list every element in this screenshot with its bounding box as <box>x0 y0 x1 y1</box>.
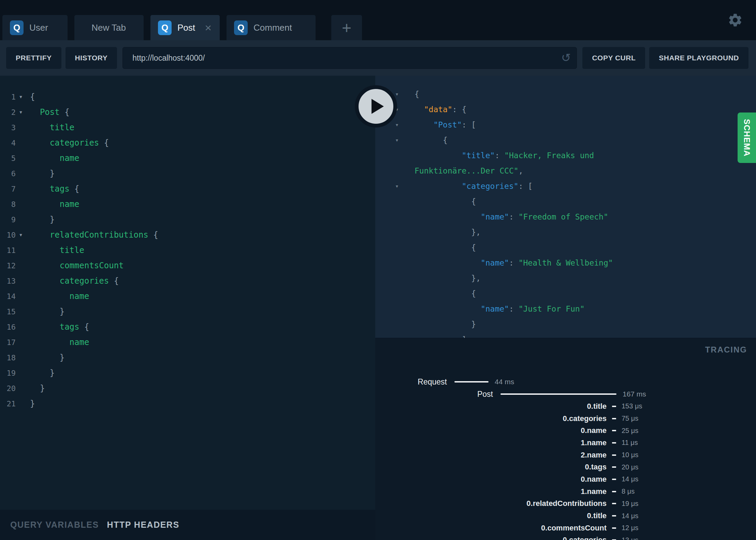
line-number: 9 <box>0 212 16 227</box>
response-line: { <box>375 286 756 301</box>
response-line: ] <box>375 332 756 338</box>
fold-arrow-icon[interactable]: ▾ <box>396 133 398 148</box>
code-token: } <box>30 384 45 393</box>
code-token: : [ <box>519 182 533 191</box>
query-code: { <box>26 89 35 105</box>
code-token: { <box>70 184 79 194</box>
query-code: } <box>26 396 35 411</box>
query-code: tags { <box>26 181 79 197</box>
query-line: 4 categories { <box>0 135 375 151</box>
query-code: } <box>26 212 55 227</box>
code-token: "Post" <box>433 120 462 129</box>
trace-resolver-rows: 0.title153 μs0.categories75 μs0.name25 μ… <box>375 400 756 540</box>
line-number: 16 <box>0 319 16 335</box>
fold-arrow-icon[interactable]: ▾ <box>396 179 398 194</box>
code-token: "data" <box>424 105 452 114</box>
query-code: name <box>26 151 79 166</box>
trace-bar-dash <box>612 430 616 431</box>
line-number: 12 <box>0 258 16 273</box>
query-line: 8 name <box>0 197 375 212</box>
trace-span-label: Request <box>375 377 447 387</box>
fold-gutter <box>16 135 26 151</box>
line-number: 8 <box>0 197 16 212</box>
code-token: { <box>99 138 109 148</box>
tab-post[interactable]: QPost× <box>150 15 220 40</box>
fold-gutter <box>16 319 26 335</box>
tab-user[interactable]: QUser <box>2 15 68 40</box>
query-badge: Q <box>234 20 248 35</box>
endpoint-url-input[interactable] <box>122 47 577 69</box>
trace-bar-dash <box>612 418 616 419</box>
line-number: 14 <box>0 289 16 304</box>
tab-new-tab[interactable]: New Tab <box>74 15 144 40</box>
query-code: relatedContributions { <box>26 227 158 243</box>
line-number: 19 <box>0 365 16 381</box>
response-line: { <box>375 194 756 209</box>
query-line: 15 } <box>0 304 375 319</box>
trace-path: 0.title <box>375 402 607 411</box>
reload-endpoint-icon[interactable]: ↺ <box>561 51 571 64</box>
query-line: 7 tags { <box>0 181 375 197</box>
query-code: } <box>26 304 64 319</box>
trace-path: 0.categories <box>375 536 607 540</box>
line-number: 4 <box>0 135 16 151</box>
copy-curl-button[interactable]: COPY CURL <box>582 47 645 69</box>
line-number: 13 <box>0 273 16 289</box>
trace-bar-dash <box>612 454 616 456</box>
trace-path: 0.name <box>375 426 607 435</box>
prettify-button[interactable]: PRETTIFY <box>6 47 61 69</box>
line-number: 11 <box>0 243 16 258</box>
share-playground-button[interactable]: SHARE PLAYGROUND <box>649 47 748 69</box>
fold-arrow-icon[interactable]: ▾ <box>16 89 26 105</box>
line-number: 21 <box>0 396 16 411</box>
code-token: name <box>30 338 89 347</box>
code-token: "name" <box>481 212 509 221</box>
graphql-playground-window: QUserNew TabQPost×QComment + PRETTIFY HI… <box>0 0 756 540</box>
tab-comment[interactable]: QComment <box>227 15 316 40</box>
code-token: { <box>415 197 476 206</box>
trace-path: 0.commentsCount <box>375 524 607 532</box>
schema-tab-button[interactable]: SCHEMA <box>738 112 756 163</box>
query-code: name <box>26 197 79 212</box>
code-token: : <box>495 151 504 160</box>
code-token: "Just For Fun" <box>519 304 585 313</box>
execute-query-button[interactable] <box>355 85 397 127</box>
query-editor[interactable]: 1▾{2▾ Post {3 title4 categories {5 name6… <box>0 76 375 510</box>
code-token: title <box>30 245 84 255</box>
line-number: 18 <box>0 350 16 365</box>
http-headers-tab[interactable]: HTTP HEADERS <box>107 520 179 530</box>
code-token: "name" <box>481 258 509 267</box>
query-line: 16 tags { <box>0 319 375 335</box>
query-variables-tab[interactable]: QUERY VARIABLES <box>10 520 99 530</box>
trace-duration: 75 μs <box>622 415 638 422</box>
code-token: name <box>30 153 79 163</box>
trace-path: 2.name <box>375 451 607 460</box>
query-code: name <box>26 289 89 304</box>
code-token: relatedContributions <box>30 230 148 240</box>
close-tab-icon[interactable]: × <box>199 22 212 33</box>
fold-arrow-icon[interactable]: ▾ <box>396 117 398 133</box>
code-token: Funktionäre...Der CCC" <box>415 166 519 175</box>
fold-arrow-icon[interactable]: ▾ <box>16 227 26 243</box>
endpoint-url-wrap: ↺ <box>122 47 577 69</box>
trace-row: 1.name11 μs <box>375 437 756 449</box>
query-code: } <box>26 381 45 396</box>
query-code: categories { <box>26 273 119 289</box>
editor-footer: QUERY VARIABLES HTTP HEADERS <box>0 510 375 540</box>
settings-gear-icon[interactable] <box>727 12 743 28</box>
new-tab-button[interactable]: + <box>331 15 362 40</box>
trace-row: 0.categories13 μs <box>375 534 756 540</box>
trace-bar-dash <box>612 406 616 407</box>
query-code: } <box>26 365 55 381</box>
history-button[interactable]: HISTORY <box>66 47 117 69</box>
query-code: Post { <box>26 105 70 120</box>
fold-gutter <box>16 151 26 166</box>
fold-arrow-icon[interactable]: ▾ <box>16 105 26 120</box>
code-token <box>415 105 424 114</box>
line-number: 2 <box>0 105 16 120</box>
tracing-title: TRACING <box>705 345 747 355</box>
trace-bar-dash <box>612 503 616 504</box>
code-token: commentsCount <box>30 261 124 270</box>
code-token: { <box>30 92 35 102</box>
line-number: 7 <box>0 181 16 197</box>
